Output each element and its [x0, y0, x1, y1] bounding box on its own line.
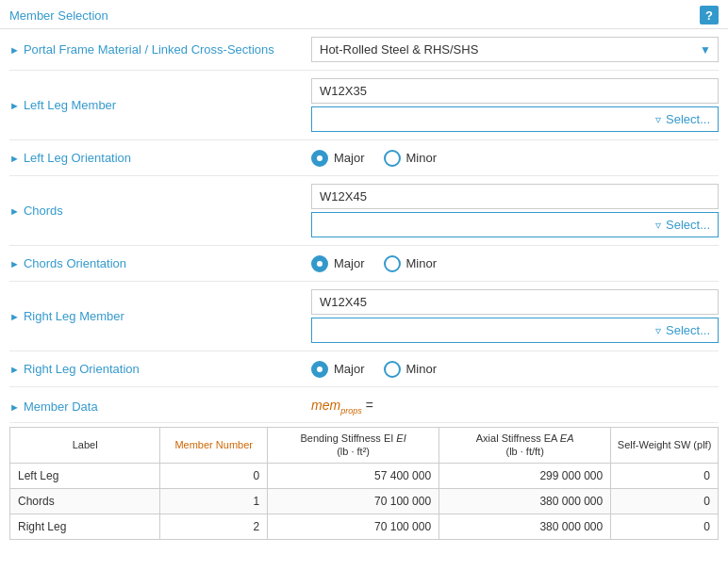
right-leg-minor-radio[interactable]: Minor — [384, 361, 438, 378]
chords-major-label: Major — [334, 256, 365, 270]
right-leg-orientation-control: Major Minor — [311, 361, 719, 378]
portal-frame-row: ► Portal Frame Material / Linked Cross-S… — [9, 29, 719, 71]
right-leg-major-label: Major — [334, 362, 365, 376]
portal-frame-select[interactable]: Hot-Rolled Steel & RHS/SHS — [311, 37, 719, 62]
chords-row: ► Chords ▿ Select... — [9, 176, 719, 246]
left-leg-member-control: ▿ Select... — [311, 78, 719, 132]
formula-mem: mem — [311, 398, 340, 413]
chords-orientation-row: ► Chords Orientation Major Minor — [9, 246, 719, 282]
chords-minor-label: Minor — [406, 256, 438, 270]
cell-label: Left Leg — [10, 463, 160, 488]
right-leg-orientation-row: ► Right Leg Orientation Major Minor — [9, 351, 719, 387]
cell-bending-stiffness: 70 100 000 — [268, 514, 439, 539]
portal-frame-control: Hot-Rolled Steel & RHS/SHS ▼ — [311, 37, 719, 62]
cell-self-weight: 0 — [611, 488, 719, 514]
cell-member-number: 2 — [160, 514, 268, 539]
filter-icon: ▿ — [655, 324, 661, 337]
left-leg-member-row: ► Left Leg Member ▿ Select... — [9, 71, 719, 140]
col-axial-stiffness-header: Axial Stiffness EA EA (lb · ft/ft) — [439, 428, 611, 464]
chevron-icon: ► — [9, 401, 20, 413]
chevron-icon: ► — [9, 44, 20, 56]
cell-member-number: 0 — [160, 463, 268, 488]
col-self-weight-header: Self-Weight SW (plf) — [611, 428, 719, 464]
table-row: Chords 1 70 100 000 380 000 000 0 — [10, 488, 719, 514]
chevron-icon: ► — [9, 153, 20, 164]
member-data-formula: memprops = — [311, 398, 719, 416]
cell-bending-stiffness: 70 100 000 — [268, 488, 439, 514]
left-leg-orientation-control: Major Minor — [311, 150, 719, 167]
header: Member Selection ? — [0, 0, 728, 29]
cell-bending-stiffness: 57 400 000 — [268, 463, 439, 488]
chords-orientation-control: Major Minor — [311, 255, 719, 272]
chords-input[interactable] — [311, 184, 719, 209]
left-leg-member-input[interactable] — [311, 78, 719, 104]
col-label-header: Label — [10, 428, 160, 464]
chords-label: ► Chords — [9, 204, 311, 218]
cell-self-weight: 0 — [611, 514, 719, 539]
right-leg-member-input[interactable] — [311, 289, 719, 315]
form-section: ► Portal Frame Material / Linked Cross-S… — [0, 29, 728, 540]
chevron-icon: ► — [9, 311, 20, 322]
chords-select-button[interactable]: ▿ Select... — [311, 212, 719, 237]
cell-axial-stiffness: 380 000 000 — [439, 488, 611, 514]
page-title: Member Selection — [9, 8, 108, 23]
cell-member-number: 1 — [160, 488, 268, 514]
filter-icon: ▿ — [655, 219, 661, 232]
chevron-icon: ► — [9, 364, 20, 375]
right-leg-orientation-label: ► Right Leg Orientation — [9, 362, 311, 376]
chords-minor-radio[interactable]: Minor — [384, 255, 438, 272]
right-leg-member-control: ▿ Select... — [311, 289, 719, 343]
left-leg-orientation-row: ► Left Leg Orientation Major Minor — [9, 140, 719, 176]
col-bending-stiffness-header: Bending Stiffness EI EI (lb · ft²) — [268, 428, 439, 464]
chords-major-radio[interactable]: Major — [311, 255, 365, 272]
chevron-icon: ► — [9, 258, 20, 269]
chords-control: ▿ Select... — [311, 184, 719, 237]
member-data-label: ► Member Data — [9, 399, 311, 414]
cell-axial-stiffness: 380 000 000 — [439, 514, 611, 539]
chevron-icon: ► — [9, 205, 20, 217]
left-leg-minor-label: Minor — [406, 151, 438, 165]
table-row: Left Leg 0 57 400 000 299 000 000 0 — [10, 463, 719, 488]
right-leg-member-label: ► Right Leg Member — [9, 309, 311, 323]
right-leg-minor-label: Minor — [406, 362, 438, 376]
cell-label: Right Leg — [10, 514, 160, 539]
filter-icon: ▿ — [655, 113, 661, 126]
left-leg-orientation-label: ► Left Leg Orientation — [9, 151, 311, 165]
left-leg-major-radio[interactable]: Major — [311, 150, 365, 167]
right-leg-member-row: ► Right Leg Member ▿ Select... — [9, 282, 719, 351]
left-leg-member-label: ► Left Leg Member — [9, 98, 311, 112]
member-data-row: ► Member Data memprops = — [9, 387, 719, 423]
left-leg-major-label: Major — [334, 151, 365, 165]
help-button[interactable]: ? — [700, 6, 719, 24]
member-data-table: Label Member Number Bending Stiffness EI… — [9, 427, 719, 540]
chords-orientation-label: ► Chords Orientation — [9, 256, 311, 270]
chevron-icon: ► — [9, 100, 20, 111]
right-leg-major-radio[interactable]: Major — [311, 361, 365, 378]
cell-label: Chords — [10, 488, 160, 514]
cell-axial-stiffness: 299 000 000 — [439, 463, 611, 488]
left-leg-minor-radio[interactable]: Minor — [384, 150, 438, 167]
table-row: Right Leg 2 70 100 000 380 000 000 0 — [10, 514, 719, 539]
right-leg-select-button[interactable]: ▿ Select... — [311, 318, 719, 343]
formula-equals: = — [362, 398, 373, 413]
left-leg-select-button[interactable]: ▿ Select... — [311, 106, 719, 132]
portal-frame-label: ► Portal Frame Material / Linked Cross-S… — [9, 42, 311, 57]
col-member-number-header: Member Number — [160, 428, 268, 464]
formula-sub: props — [340, 406, 362, 416]
cell-self-weight: 0 — [611, 463, 719, 488]
